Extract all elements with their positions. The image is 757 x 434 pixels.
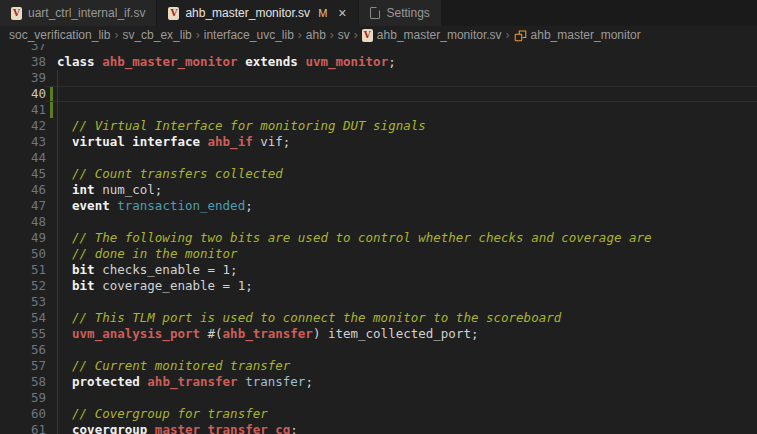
code-line-42[interactable]: 42 // Virtual Interface for monitoring D… [0,118,757,134]
code-line-50[interactable]: 50 // done in the monitor [0,246,757,262]
line-number[interactable]: 39 [0,70,46,86]
code-line-content[interactable] [46,294,757,310]
code-line-content[interactable]: // Covergroup for transfer [46,406,757,422]
code-token [200,134,208,149]
code-line-content[interactable]: protected ahb_transfer transfer; [46,374,757,390]
code-line-60[interactable]: 60 // Covergroup for transfer [0,406,757,422]
line-number[interactable]: 40 [0,86,46,102]
code-line-content[interactable] [46,150,757,166]
code-line-content[interactable]: int num_col; [46,182,757,198]
line-number[interactable]: 61 [0,422,46,434]
code-line-45[interactable]: 45 // Count transfers collected [0,166,757,182]
code-line-content[interactable] [46,390,757,406]
line-number[interactable]: 54 [0,310,46,326]
code-line-content[interactable]: virtual interface ahb_if vif; [46,134,757,150]
code-line-content[interactable] [46,214,757,230]
line-number[interactable]: 37 [0,44,46,54]
code-token [57,406,72,421]
code-token: // Virtual Interface for monitoring DUT … [72,118,426,133]
line-number[interactable]: 45 [0,166,46,182]
code-line-46[interactable]: 46 int num_col; [0,182,757,198]
code-line-43[interactable]: 43 virtual interface ahb_if vif; [0,134,757,150]
code-line-41[interactable]: 41 [0,102,757,118]
code-line-52[interactable]: 52 bit coverage_enable = 1; [0,278,757,294]
code-line-content[interactable] [46,342,757,358]
line-number[interactable]: 52 [0,278,46,294]
breadcrumb-item-ahb-master-monitor[interactable]: ahb_master_monitor [514,28,641,42]
code-line-57[interactable]: 57 // Current monitored transfer [0,358,757,374]
code-token [57,422,72,434]
code-line-40[interactable]: 40 [0,86,757,102]
code-line-content[interactable] [46,102,757,118]
code-line-51[interactable]: 51 bit checks_enable = 1; [0,262,757,278]
line-number[interactable]: 43 [0,134,46,150]
code-line-content[interactable]: bit checks_enable = 1; [46,262,757,278]
line-number[interactable]: 42 [0,118,46,134]
line-number[interactable]: 60 [0,406,46,422]
chevron-right-icon: › [298,28,302,42]
tab-label: ahb_master_monitor.sv [185,6,310,20]
breadcrumb-item-sv[interactable]: sv [338,28,350,42]
breadcrumb-item-soc-verification-lib[interactable]: soc_verification_lib [9,28,110,42]
code-line-content[interactable]: // Current monitored transfer [46,358,757,374]
code-editor[interactable]: 3738class ahb_master_monitor extends uvm… [0,44,757,434]
code-line-38[interactable]: 38class ahb_master_monitor extends uvm_m… [0,54,757,70]
code-line-49[interactable]: 49 // The following two bits are used to… [0,230,757,246]
code-line-content[interactable]: // The following two bits are used to co… [46,230,757,246]
code-line-content[interactable] [46,44,757,54]
code-line-56[interactable]: 56 [0,342,757,358]
code-line-content[interactable]: // This TLM port is used to connect the … [46,310,757,326]
line-number[interactable]: 46 [0,182,46,198]
line-number[interactable]: 57 [0,358,46,374]
breadcrumb-item-interface-uvc-lib[interactable]: interface_uvc_lib [204,28,294,42]
breadcrumb-item-ahb-master-monitor-sv[interactable]: Vahb_master_monitor.sv [362,28,502,42]
tab-uart-ctrl-internal-if-sv[interactable]: Vuart_ctrl_internal_if.sv [0,0,157,26]
line-number[interactable]: 48 [0,214,46,230]
code-line-54[interactable]: 54 // This TLM port is used to connect t… [0,310,757,326]
code-line-content[interactable]: event transaction_ended; [46,198,757,214]
code-token: transfer [245,374,305,389]
tab-ahb-master-monitor-sv[interactable]: Vahb_master_monitor.svM× [157,0,359,26]
code-line-59[interactable]: 59 [0,390,757,406]
line-number[interactable]: 59 [0,390,46,406]
close-icon[interactable]: × [337,6,347,20]
tab-settings[interactable]: Settings [359,0,441,26]
code-line-content[interactable]: // Count transfers collected [46,166,757,182]
code-line-61[interactable]: 61 covergroup master_transfer_cg; [0,422,757,434]
code-line-44[interactable]: 44 [0,150,757,166]
code-line-content[interactable]: // Virtual Interface for monitoring DUT … [46,118,757,134]
code-line-53[interactable]: 53 [0,294,757,310]
code-line-55[interactable]: 55 uvm_analysis_port #(ahb_transfer) ite… [0,326,757,342]
code-line-39[interactable]: 39 [0,70,757,86]
chevron-right-icon: › [114,28,118,42]
line-number[interactable]: 51 [0,262,46,278]
line-number[interactable]: 41 [0,102,46,118]
line-number[interactable]: 55 [0,326,46,342]
code-token: ; [290,422,298,434]
line-number[interactable]: 53 [0,294,46,310]
code-line-content[interactable]: // done in the monitor [46,246,757,262]
code-line-content[interactable]: bit coverage_enable = 1; [46,278,757,294]
code-token: virtual [72,134,125,149]
code-line-content[interactable]: class ahb_master_monitor extends uvm_mon… [46,54,757,70]
code-line-48[interactable]: 48 [0,214,757,230]
code-token [57,278,72,293]
line-number[interactable]: 56 [0,342,46,358]
line-number[interactable]: 58 [0,374,46,390]
code-line-47[interactable]: 47 event transaction_ended; [0,198,757,214]
code-line-content[interactable]: covergroup master_transfer_cg; [46,422,757,434]
line-number[interactable]: 38 [0,54,46,70]
code-line-content[interactable] [46,86,757,102]
breadcrumb-item-sv-cb-ex-lib[interactable]: sv_cb_ex_lib [122,28,191,42]
code-token [57,230,72,245]
line-number[interactable]: 50 [0,246,46,262]
line-number[interactable]: 47 [0,198,46,214]
breadcrumb-item-ahb[interactable]: ahb [306,28,326,42]
line-number[interactable]: 44 [0,150,46,166]
code-line-37[interactable]: 37 [0,44,757,54]
code-token: vif; [253,134,291,149]
code-line-content[interactable]: uvm_analysis_port #(ahb_transfer) item_c… [46,326,757,342]
code-line-content[interactable] [46,70,757,86]
code-line-58[interactable]: 58 protected ahb_transfer transfer; [0,374,757,390]
line-number[interactable]: 49 [0,230,46,246]
